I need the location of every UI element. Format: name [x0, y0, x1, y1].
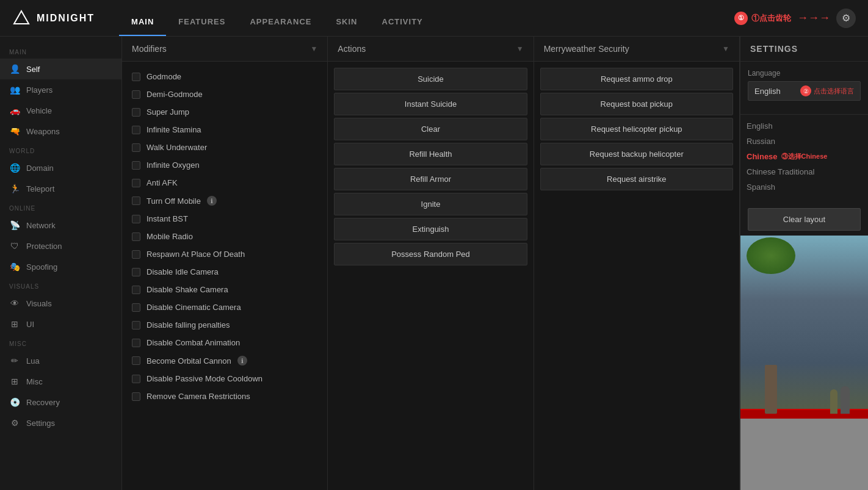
tab-features[interactable]: FEATURES	[166, 0, 237, 36]
sidebar-item-teleport[interactable]: 🏃 Teleport	[0, 178, 121, 199]
annotation-step2: ② 点击选择语言	[800, 85, 854, 96]
settings-content: Language English ② 点击选择语言	[740, 62, 868, 114]
modifier-remove-camera-checkbox[interactable]	[132, 392, 140, 401]
modifier-disable-cinematic-checkbox[interactable]	[132, 303, 140, 312]
action-helicopter-pickup[interactable]: Request helicopter pickup	[540, 118, 733, 140]
modifier-disable-idle-camera-checkbox[interactable]	[132, 268, 140, 276]
clear-layout-button[interactable]: Clear layout	[748, 208, 861, 231]
modifier-respawn-checkbox[interactable]	[132, 250, 140, 259]
action-clear[interactable]: Clear	[334, 118, 527, 140]
action-airstrike[interactable]: Request airstrike	[540, 168, 733, 190]
modifier-disable-idle-camera[interactable]: Disable Idle Camera	[128, 263, 321, 281]
modifier-disable-combat-checkbox[interactable]	[132, 339, 140, 347]
sidebar-item-weapons-label: Weapons	[26, 127, 60, 136]
modifier-demi-godmode[interactable]: Demi-Godmode	[128, 85, 321, 103]
sidebar-item-vehicle[interactable]: 🚗 Vehicle	[0, 100, 121, 121]
sidebar-item-self[interactable]: 👤 Self	[0, 59, 121, 79]
modifier-disable-passive-label: Disable Passive Mode Cooldown	[146, 374, 262, 383]
actions-arrow[interactable]: ▼	[516, 45, 524, 53]
modifier-disable-combat-label: Disable Combat Animation	[146, 338, 240, 347]
modifier-infinite-stamina[interactable]: Infinite Stamina	[128, 121, 321, 139]
language-selector[interactable]: English ② 点击选择语言	[748, 81, 861, 101]
modifier-disable-passive-checkbox[interactable]	[132, 375, 140, 383]
action-boat-pickup[interactable]: Request boat pickup	[540, 93, 733, 115]
action-refill-armor[interactable]: Refill Armor	[334, 168, 527, 190]
action-instant-suicide[interactable]: Instant Suicide	[334, 93, 527, 115]
sidebar-item-protection[interactable]: 🛡 Protection	[0, 236, 121, 256]
modifier-super-jump[interactable]: Super Jump	[128, 103, 321, 121]
modifier-instant-bst[interactable]: Instant BST	[128, 210, 321, 228]
action-ignite[interactable]: Ignite	[334, 193, 527, 215]
modifier-disable-combat[interactable]: Disable Combat Animation	[128, 334, 321, 351]
merryweather-column: Merryweather Security ▼ Request ammo dro…	[534, 37, 740, 490]
modifier-disable-shake-camera[interactable]: Disable Shake Camera	[128, 281, 321, 298]
modifier-anti-afk[interactable]: Anti AFK	[128, 174, 321, 192]
settings-panel: SETTINGS Language English ② 点击选择语言 Engli…	[740, 37, 868, 490]
tab-main[interactable]: MAIN	[119, 0, 166, 36]
modifier-disable-cinematic[interactable]: Disable Cinematic Camera	[128, 298, 321, 316]
turn-off-mobile-info[interactable]: ℹ	[207, 196, 217, 206]
sidebar-item-network[interactable]: 📡 Network	[0, 215, 121, 236]
modifier-demi-godmode-checkbox[interactable]	[132, 90, 140, 99]
action-suicide[interactable]: Suicide	[334, 68, 527, 90]
modifier-orbital-cannon-checkbox[interactable]	[132, 356, 140, 365]
modifier-disable-falling-checkbox[interactable]	[132, 321, 140, 330]
lang-spanish[interactable]: Spanish	[740, 179, 868, 195]
merryweather-arrow[interactable]: ▼	[722, 45, 729, 53]
modifier-mobile-radio-checkbox[interactable]	[132, 232, 140, 241]
modifier-godmode-checkbox[interactable]	[132, 73, 140, 81]
modifiers-arrow[interactable]: ▼	[310, 45, 317, 53]
modifier-remove-camera[interactable]: Remove Camera Restrictions	[128, 387, 321, 405]
sidebar-item-ui[interactable]: ⊞ UI	[0, 314, 121, 334]
modifier-infinite-oxygen-checkbox[interactable]	[132, 161, 140, 170]
modifier-disable-falling-label: Disable falling penalties	[146, 320, 230, 330]
modifier-super-jump-checkbox[interactable]	[132, 108, 140, 117]
modifier-instant-bst-checkbox[interactable]	[132, 215, 140, 223]
action-extinguish[interactable]: Extinguish	[334, 218, 527, 240]
lang-english[interactable]: English	[740, 118, 868, 134]
modifier-turn-off-mobile[interactable]: Turn Off Mobile ℹ	[128, 192, 321, 210]
modifier-disable-cinematic-label: Disable Cinematic Camera	[146, 303, 241, 312]
sidebar-item-recovery[interactable]: 💿 Recovery	[0, 392, 121, 413]
modifier-walk-underwater-checkbox[interactable]	[132, 143, 140, 152]
modifier-godmode[interactable]: Godmode	[128, 68, 321, 85]
vehicle-icon: 🚗	[9, 106, 20, 115]
modifier-demi-godmode-label: Demi-Godmode	[146, 90, 203, 99]
sidebar-item-lua[interactable]: ✏ Lua	[0, 350, 121, 371]
actions-header: Actions ▼	[328, 37, 533, 62]
modifier-walk-underwater[interactable]: Walk Underwater	[128, 139, 321, 156]
modifier-turn-off-mobile-checkbox[interactable]	[132, 196, 140, 205]
lang-chinese-traditional[interactable]: Chinese Traditional	[740, 164, 868, 179]
modifier-orbital-cannon[interactable]: Become Orbital Cannon ℹ	[128, 351, 321, 370]
logo-icon	[12, 9, 31, 27]
tab-activity[interactable]: ACTIVITY	[370, 0, 435, 36]
modifier-disable-falling[interactable]: Disable falling penalties	[128, 316, 321, 334]
lang-russian[interactable]: Russian	[740, 134, 868, 149]
modifier-respawn[interactable]: Respawn At Place Of Death	[128, 245, 321, 263]
action-backup-helicopter[interactable]: Request backup helicopter	[540, 143, 733, 165]
language-list: English Russian Chinese ③选择Chinese Chine…	[740, 114, 868, 198]
sidebar-item-weapons[interactable]: 🔫 Weapons	[0, 121, 121, 142]
action-refill-health[interactable]: Refill Health	[334, 143, 527, 165]
action-ammo-drop[interactable]: Request ammo drop	[540, 68, 733, 90]
lang-chinese[interactable]: Chinese ③选择Chinese	[740, 149, 868, 164]
settings-gear-button[interactable]: ⚙	[836, 9, 856, 28]
modifier-mobile-radio[interactable]: Mobile Radio	[128, 228, 321, 245]
action-possess-ped[interactable]: Possess Random Ped	[334, 243, 527, 265]
tab-skin[interactable]: SKIN	[324, 0, 369, 36]
modifier-anti-afk-checkbox[interactable]	[132, 179, 140, 187]
settings-title: SETTINGS	[740, 37, 868, 62]
modifier-infinite-stamina-checkbox[interactable]	[132, 126, 140, 134]
sidebar-item-spoofing[interactable]: 🎭 Spoofing	[0, 256, 121, 277]
sidebar-item-misc[interactable]: ⊞ Misc	[0, 371, 121, 392]
tab-appearance[interactable]: APPEARANCE	[237, 0, 324, 36]
sidebar-item-players[interactable]: 👥 Players	[0, 79, 121, 100]
modifier-disable-passive[interactable]: Disable Passive Mode Cooldown	[128, 370, 321, 387]
modifier-disable-shake-camera-checkbox[interactable]	[132, 286, 140, 294]
modifier-infinite-oxygen[interactable]: Infinite Oxygen	[128, 156, 321, 174]
sidebar-item-settings[interactable]: ⚙ Settings	[0, 413, 121, 433]
sidebar-item-visuals[interactable]: 👁 Visuals	[0, 293, 121, 314]
merryweather-header: Merryweather Security ▼	[534, 37, 739, 62]
orbital-cannon-info[interactable]: ℹ	[237, 356, 247, 366]
sidebar-item-domain[interactable]: 🌐 Domain	[0, 157, 121, 178]
